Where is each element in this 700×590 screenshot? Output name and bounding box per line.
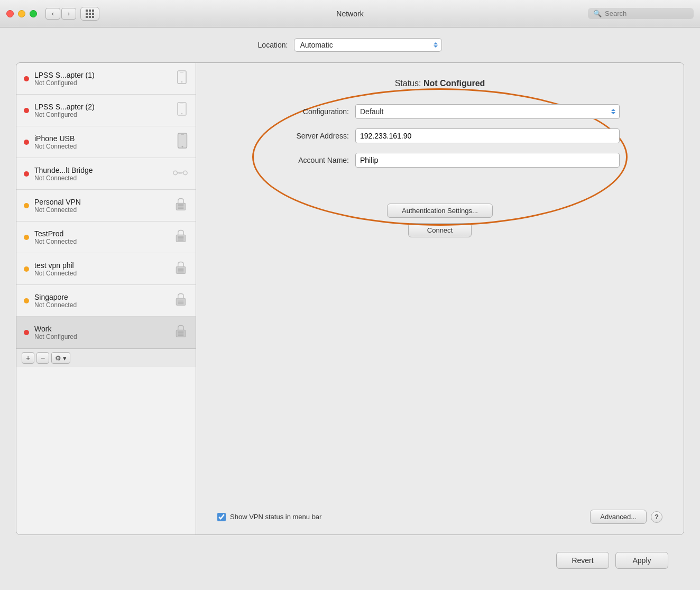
sidebar-item-thunderbridge[interactable]: Thunde...lt Bridge Not Connected ··· › — [16, 158, 196, 190]
item-text-work: Work Not Configured — [34, 325, 169, 340]
item-name-testprod: TestProd — [34, 229, 169, 238]
server-address-row: Server Address: — [260, 128, 620, 143]
location-select-wrapper: Automatic — [294, 38, 442, 52]
account-name-label: Account Name: — [260, 156, 355, 164]
titlebar: ‹ › Network 🔍 — [0, 0, 700, 27]
server-address-input[interactable] — [355, 128, 620, 143]
minimize-button[interactable] — [18, 10, 25, 17]
sidebar-item-work[interactable]: Work Not Configured — [16, 317, 196, 348]
sidebar-item-lpss1[interactable]: LPSS S...apter (1) Not Configured — [16, 63, 196, 95]
gear-menu-button[interactable]: ⚙ ▾ — [51, 352, 70, 364]
svg-point-6 — [182, 145, 183, 147]
add-button[interactable]: + — [22, 352, 34, 364]
location-select[interactable]: Automatic — [294, 38, 442, 52]
status-dot-thunderbridge — [24, 171, 29, 177]
item-text-testprod: TestProd Not Connected — [34, 229, 169, 245]
item-status-lpss1: Not Configured — [34, 79, 171, 87]
fullscreen-button[interactable] — [30, 10, 37, 17]
item-name-work: Work — [34, 325, 169, 333]
item-name-testvpnphil: test vpn phil — [34, 261, 169, 270]
item-name-iphoneusb: iPhone USB — [34, 134, 172, 143]
item-text-lpss2: LPSS S...apter (2) Not Configured — [34, 103, 171, 118]
account-name-input[interactable] — [355, 153, 620, 168]
svg-point-0 — [181, 81, 182, 82]
bridge-icon: ··· › — [172, 167, 188, 181]
detail-panel: Status: Not Configured Configuration: De… — [196, 63, 684, 534]
lock-icon-personalvpn — [173, 197, 188, 215]
location-label: Location: — [258, 41, 288, 49]
item-status-testprod: Not Connected — [34, 238, 169, 245]
sidebar-item-iphoneusb[interactable]: iPhone USB Not Connected — [16, 126, 196, 158]
item-name-singapore: Singapore — [34, 293, 169, 301]
status-dot-personalvpn — [24, 203, 29, 208]
lock-icon-testvpnphil — [173, 260, 188, 278]
item-text-lpss1: LPSS S...apter (1) Not Configured — [34, 71, 171, 87]
apply-button[interactable]: Apply — [615, 552, 668, 569]
configuration-row: Configuration: Default — [260, 104, 620, 119]
bottom-right-buttons: Advanced... ? — [590, 510, 662, 524]
configuration-label: Configuration: — [260, 107, 355, 116]
status-dot-testprod — [24, 235, 29, 240]
configuration-select-wrapper: Default — [355, 104, 620, 119]
iphone-icon — [177, 133, 188, 152]
connect-button[interactable]: Connect — [408, 223, 472, 237]
vpn-status-checkbox[interactable] — [217, 513, 226, 521]
item-status-thunderbridge: Not Connected — [34, 174, 168, 182]
vpn-status-label: Show VPN status in menu bar — [230, 513, 321, 521]
item-text-testvpnphil: test vpn phil Not Connected — [34, 261, 169, 277]
footer-row: Revert Apply — [16, 543, 684, 579]
item-name-lpss2: LPSS S...apter (2) — [34, 103, 171, 111]
chevron-down-icon: ▾ — [63, 354, 67, 362]
revert-button[interactable]: Revert — [556, 552, 609, 569]
search-icon: 🔍 — [593, 10, 602, 17]
svg-point-9 — [183, 171, 188, 175]
traffic-lights — [6, 10, 37, 17]
sidebar-item-singapore[interactable]: Singapore Not Connected — [16, 285, 196, 317]
configuration-select[interactable]: Default — [355, 104, 620, 119]
bottom-panel: LPSS S...apter (1) Not Configured LPSS S… — [16, 62, 684, 535]
search-bar[interactable]: 🔍 — [588, 8, 694, 19]
status-value: Not Configured — [423, 79, 485, 88]
search-input[interactable] — [605, 10, 688, 17]
item-name-lpss1: LPSS S...apter (1) — [34, 71, 171, 79]
lock-icon-testprod — [173, 228, 188, 246]
auth-settings-button[interactable]: Authentication Settings... — [387, 204, 493, 218]
status-dot-iphoneusb — [24, 140, 29, 145]
sidebar-item-testvpnphil[interactable]: test vpn phil Not Connected — [16, 253, 196, 285]
item-status-personalvpn: Not Connected — [34, 206, 169, 214]
item-status-lpss2: Not Configured — [34, 111, 171, 118]
item-name-thunderbridge: Thunde...lt Bridge — [34, 166, 168, 174]
sidebar: LPSS S...apter (1) Not Configured LPSS S… — [16, 63, 196, 534]
grid-icon — [86, 10, 94, 18]
account-name-row: Account Name: — [260, 153, 620, 168]
svg-rect-21 — [176, 235, 186, 242]
server-address-label: Server Address: — [260, 132, 355, 140]
back-button[interactable]: ‹ — [45, 8, 60, 20]
item-status-testvpnphil: Not Connected — [34, 270, 169, 277]
svg-point-2 — [181, 113, 182, 114]
item-text-personalvpn: Personal VPN Not Connected — [34, 198, 169, 214]
svg-point-8 — [173, 171, 178, 175]
status-dot-work — [24, 330, 29, 335]
svg-text:›: › — [178, 170, 180, 175]
status-line: Status: Not Configured — [217, 79, 662, 88]
item-status-singapore: Not Connected — [34, 301, 169, 309]
svg-rect-27 — [176, 266, 186, 273]
phone-icon-lpss2 — [176, 102, 188, 119]
main-content: Location: Automatic LPSS S...apter (1) N… — [0, 27, 700, 590]
checkbox-row: Show VPN status in menu bar — [217, 513, 321, 521]
item-text-thunderbridge: Thunde...lt Bridge Not Connected — [34, 166, 168, 182]
status-dot-lpss2 — [24, 108, 29, 113]
advanced-button[interactable]: Advanced... — [590, 510, 647, 524]
status-dot-singapore — [24, 298, 29, 303]
sidebar-item-testprod[interactable]: TestProd Not Connected — [16, 222, 196, 253]
forward-button[interactable]: › — [61, 8, 76, 20]
sidebar-item-lpss2[interactable]: LPSS S...apter (2) Not Configured — [16, 95, 196, 126]
close-button[interactable] — [6, 10, 14, 17]
remove-button[interactable]: − — [36, 352, 49, 364]
grid-button[interactable] — [80, 7, 99, 21]
help-button[interactable]: ? — [651, 511, 662, 523]
item-name-personalvpn: Personal VPN — [34, 198, 169, 206]
phone-icon-lpss1 — [176, 70, 188, 88]
sidebar-item-personalvpn[interactable]: Personal VPN Not Connected — [16, 190, 196, 222]
